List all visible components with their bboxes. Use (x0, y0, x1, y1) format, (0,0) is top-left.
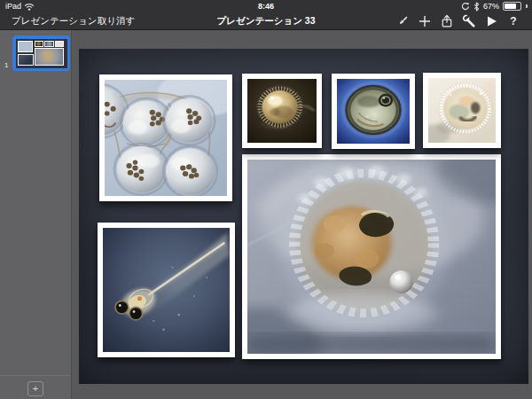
thumb-photo (18, 41, 33, 52)
document-title: プレゼンテーション 33 (133, 14, 399, 27)
play-button[interactable] (484, 14, 498, 28)
blue-ring-egg-photo[interactable] (332, 74, 415, 149)
battery-nub (526, 4, 528, 8)
navigator-divider (0, 375, 70, 376)
egg-cluster-photo[interactable] (99, 74, 232, 201)
presentations-button[interactable]: プレゼンテーション (12, 14, 97, 27)
thumb-photo (18, 54, 34, 66)
editor-canvas (72, 29, 532, 399)
format-brush-icon (395, 14, 410, 28)
battery-fill (505, 4, 516, 9)
thumb-photo (35, 41, 43, 47)
tools-button[interactable] (462, 14, 476, 28)
toolbar-icons: ? (395, 12, 520, 29)
top-bar: iPad 8:46 67% (0, 0, 532, 30)
dark-fuzzy-egg-photo[interactable] (242, 74, 322, 148)
egg-cluster-image (105, 80, 227, 196)
slide-canvas[interactable] (79, 49, 528, 384)
bluetooth-icon (473, 2, 480, 12)
add-icon (418, 14, 432, 28)
embryo-macro-image (247, 160, 496, 354)
clock: 8:46 (0, 2, 532, 11)
thumb-photo (44, 41, 54, 47)
embryo-macro-photo[interactable] (242, 154, 501, 359)
tools-icon (462, 14, 476, 28)
play-icon (484, 14, 498, 28)
help-icon: ? (510, 15, 516, 27)
fish-larva-photo[interactable] (98, 223, 235, 357)
toolbar: プレゼンテーション 取り消す プレゼンテーション 33 (0, 12, 532, 29)
pale-egg-image (428, 78, 496, 143)
battery-percent: 67% (483, 2, 499, 11)
slide-navigator: 1 + (0, 29, 72, 399)
dark-fuzzy-egg-image (247, 79, 317, 143)
pale-egg-photo[interactable] (423, 73, 501, 148)
status-right: 67% (461, 1, 528, 12)
add-button[interactable] (418, 14, 432, 28)
blue-ring-egg-image (337, 79, 410, 144)
battery-icon (503, 2, 521, 11)
undo-button[interactable]: 取り消す (98, 14, 136, 27)
status-bar: iPad 8:46 67% (0, 0, 532, 12)
keynote-app: iPad 8:46 67% (0, 0, 532, 399)
slide-number: 1 (4, 61, 8, 69)
thumb-photo (35, 48, 64, 66)
fish-larva-image (103, 228, 230, 352)
rotation-lock-icon (461, 2, 470, 11)
slide-thumbnail-selected[interactable] (12, 35, 70, 71)
share-button[interactable] (440, 14, 454, 28)
format-button[interactable] (395, 14, 410, 28)
add-slide-button[interactable]: + (27, 381, 43, 396)
help-button[interactable]: ? (506, 14, 520, 28)
slide-thumbnail (16, 39, 67, 68)
thumb-photo (55, 41, 64, 47)
share-icon (440, 14, 454, 28)
